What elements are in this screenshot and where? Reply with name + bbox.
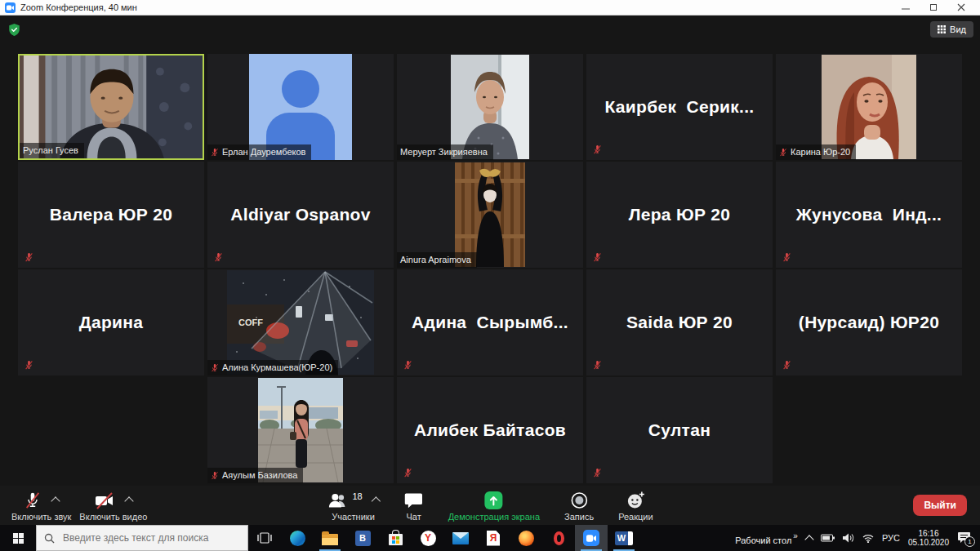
participant-name-label: Ерлан Даурембеков bbox=[207, 144, 311, 160]
participant-name: Алибек Байтасов bbox=[414, 420, 566, 440]
mic-muted-icon bbox=[24, 491, 42, 510]
muted-mic-icon bbox=[782, 360, 791, 370]
wifi-icon[interactable] bbox=[862, 534, 874, 543]
meeting-toolbar: Включить звук Включить видео 18 Участник… bbox=[0, 486, 980, 525]
taskbar-icon-yandex-browser[interactable]: Y bbox=[412, 525, 444, 551]
taskbar-icon-firefox[interactable] bbox=[510, 525, 542, 551]
participants-label: Участники bbox=[332, 512, 375, 522]
minimize-button[interactable] bbox=[892, 0, 920, 16]
participant-name-label: Руслан Гусев bbox=[20, 143, 84, 158]
participant-tile[interactable]: Дарина bbox=[18, 269, 204, 375]
participant-name: Дарина bbox=[79, 313, 144, 332]
view-button[interactable]: Вид bbox=[930, 21, 973, 38]
meeting-window: Вид bbox=[0, 16, 980, 525]
action-center-button[interactable]: 1 bbox=[957, 531, 972, 544]
participant-name: Ainura Apraimova bbox=[400, 255, 471, 264]
unmute-button[interactable]: Включить звук bbox=[11, 490, 71, 522]
start-video-button[interactable]: Включить видео bbox=[79, 490, 147, 522]
system-tray: Рабочий стол» РУС 16:1605.10.2020 1 bbox=[735, 529, 980, 547]
task-view-button[interactable] bbox=[248, 525, 281, 551]
start-video-label: Включить видео bbox=[79, 512, 147, 522]
chat-button[interactable]: Чат bbox=[404, 490, 424, 522]
taskbar-search[interactable] bbox=[36, 525, 248, 551]
participant-name-label: Ainura Apraimova bbox=[397, 252, 477, 268]
window-titlebar: Zoom Конференция, 40 мин bbox=[0, 0, 980, 16]
grid-view-icon bbox=[938, 25, 946, 33]
participant-name: Аяулым Базилова bbox=[222, 470, 297, 480]
search-input[interactable] bbox=[61, 531, 228, 544]
participant-name: Saida ЮР 20 bbox=[626, 313, 733, 332]
hidden-icons-chevron[interactable] bbox=[804, 535, 813, 544]
taskbar-icon-zoom[interactable] bbox=[575, 525, 608, 551]
participant-tile[interactable]: Жунусова Инд... bbox=[776, 162, 962, 268]
volume-icon[interactable] bbox=[843, 533, 854, 543]
taskbar-icon-explorer[interactable] bbox=[314, 525, 346, 551]
participant-tile[interactable]: COFF Алина Курмашева(ЮР-20) bbox=[207, 269, 394, 375]
participant-tile[interactable]: (Нурсаид) ЮР20 bbox=[776, 269, 962, 375]
reactions-button[interactable]: Реакции bbox=[618, 490, 653, 522]
muted-mic-icon bbox=[24, 252, 33, 262]
participant-tile[interactable]: Карина Юр-20 bbox=[776, 54, 962, 160]
muted-mic-icon bbox=[403, 468, 412, 478]
participant-tile[interactable]: Saida ЮР 20 bbox=[586, 269, 773, 375]
leave-button[interactable]: Выйти bbox=[913, 495, 967, 516]
camera-off-icon bbox=[94, 491, 115, 510]
search-icon bbox=[44, 533, 55, 544]
participant-tile[interactable]: Адина Сырымб... bbox=[397, 269, 583, 375]
participants-count: 18 bbox=[352, 491, 362, 501]
participant-tile[interactable]: Лера ЮР 20 bbox=[586, 162, 773, 268]
participant-tile[interactable]: Ainura Apraimova bbox=[397, 162, 583, 268]
participant-name: (Нурсаид) ЮР20 bbox=[799, 313, 939, 332]
muted-mic-icon bbox=[593, 360, 602, 370]
participant-name: Валера ЮР 20 bbox=[50, 205, 172, 224]
taskbar-icon-vk[interactable]: В bbox=[346, 525, 379, 551]
taskbar-icon-yandex[interactable]: Я bbox=[477, 525, 510, 551]
muted-mic-icon bbox=[24, 360, 33, 370]
audio-options-chevron[interactable] bbox=[51, 496, 60, 505]
participants-icon bbox=[327, 491, 348, 509]
share-screen-button[interactable]: Демонстрация экрана bbox=[448, 490, 540, 522]
language-indicator[interactable]: РУС bbox=[882, 533, 900, 543]
taskbar-icon-word[interactable]: W bbox=[608, 525, 640, 551]
participant-name-label: Карина Юр-20 bbox=[776, 144, 856, 160]
muted-mic-icon bbox=[211, 148, 219, 157]
desktop-toolbar[interactable]: Рабочий стол» bbox=[735, 531, 798, 545]
taskbar-icon-opera[interactable] bbox=[542, 525, 575, 551]
zoom-icon bbox=[583, 530, 599, 546]
start-button[interactable] bbox=[0, 525, 36, 551]
participant-tile[interactable]: Алибек Байтасов bbox=[397, 377, 583, 483]
participant-name: Лера ЮР 20 bbox=[629, 205, 731, 224]
taskbar-clock[interactable]: 16:1605.10.2020 bbox=[908, 529, 949, 547]
participant-tile[interactable]: Каирбек Серик... bbox=[586, 54, 773, 160]
record-button[interactable]: Запись bbox=[564, 490, 594, 522]
share-screen-icon bbox=[484, 491, 504, 510]
reactions-label: Реакции bbox=[618, 512, 653, 522]
file-explorer-icon bbox=[322, 534, 338, 545]
participant-tile[interactable]: Валера ЮР 20 bbox=[18, 162, 204, 268]
battery-icon[interactable] bbox=[821, 534, 835, 542]
participants-chevron[interactable] bbox=[372, 496, 381, 505]
close-button[interactable] bbox=[947, 0, 975, 16]
participant-tile[interactable]: Аяулым Базилова bbox=[207, 377, 394, 483]
unmute-label: Включить звук bbox=[11, 512, 71, 522]
muted-mic-icon bbox=[593, 144, 602, 154]
maximize-button[interactable] bbox=[920, 0, 947, 16]
video-options-chevron[interactable] bbox=[125, 496, 134, 505]
participant-tile[interactable]: Султан bbox=[586, 377, 773, 483]
chat-label: Чат bbox=[407, 512, 421, 522]
participant-name: Меруерт Зикрияевна bbox=[400, 147, 488, 157]
taskbar-icon-store[interactable] bbox=[379, 525, 412, 551]
participant-tile[interactable]: Ерлан Даурембеков bbox=[207, 54, 394, 160]
participant-tile[interactable]: Aldiyar Ospanov bbox=[207, 162, 394, 268]
participant-tile[interactable]: Меруерт Зикрияевна bbox=[397, 54, 583, 160]
meeting-info-shield-icon[interactable] bbox=[8, 23, 20, 40]
participant-tile[interactable]: Руслан Гусев bbox=[18, 54, 204, 160]
participant-name: Султан bbox=[648, 420, 710, 440]
participant-name: Руслан Гусев bbox=[23, 145, 78, 155]
taskbar-icon-edge[interactable] bbox=[281, 525, 314, 551]
toolbar-overflow-chevron[interactable]: » bbox=[793, 531, 798, 540]
opera-icon bbox=[554, 531, 564, 545]
leave-label: Выйти bbox=[924, 500, 956, 511]
participants-button[interactable]: 18 Участники bbox=[327, 490, 379, 522]
taskbar-icon-mail[interactable] bbox=[444, 525, 477, 551]
